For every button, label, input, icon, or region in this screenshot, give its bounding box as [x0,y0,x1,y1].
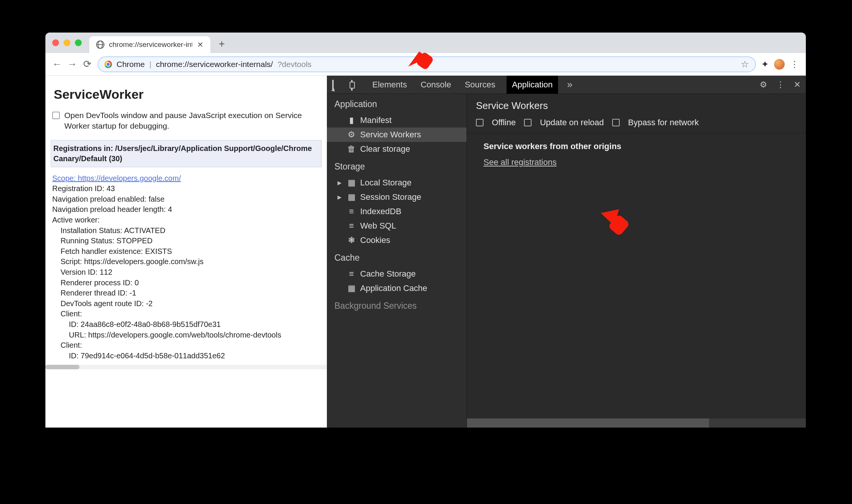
omnibox-origin: Chrome [117,60,145,69]
sidebar-section-storage: Storage [327,156,466,176]
registrations-header: Registrations in: /Users/jec/Library/App… [51,140,322,167]
serviceworker-internals-page: ServiceWorker Open DevTools window and p… [45,76,327,428]
devtools-horizontal-scrollbar[interactable] [467,418,806,428]
window-controls [52,39,82,46]
renderer-pid-line: Renderer process ID: 0 [52,278,320,288]
sidebar-item-cache-storage[interactable]: ≡Cache Storage [327,267,466,281]
trash-icon: 🗑 [347,145,356,153]
inspect-element-icon[interactable] [332,81,342,89]
sidebar-item-service-workers[interactable]: ⚙Service Workers [327,128,466,142]
content-area: ServiceWorker Open DevTools window and p… [45,76,806,428]
new-tab-button[interactable]: + [219,38,225,50]
database-icon: ≡ [347,207,356,216]
devtools-body: Application ▮Manifest ⚙Service Workers 🗑… [327,94,806,428]
registration-id-line: Registration ID: 43 [52,184,115,193]
reload-button[interactable]: ⟳ [82,59,92,69]
bypass-network-checkbox[interactable] [612,119,620,126]
bookmark-star-icon[interactable]: ☆ [741,59,749,70]
sidebar-item-session-storage[interactable]: ▶▦Session Storage [327,190,466,204]
update-reload-label: Update on reload [540,118,604,128]
device-toolbar-icon[interactable] [351,81,361,89]
globe-icon [96,40,104,49]
cookie-icon: ❃ [347,236,356,244]
service-workers-title: Service Workers [467,94,806,115]
client-2-label: Client: [52,340,320,351]
sidebar-section-cache: Cache [327,247,466,267]
maximize-window-button[interactable] [75,39,82,46]
sidebar-item-app-cache[interactable]: ▦Application Cache [327,281,466,296]
page-title: ServiceWorker [54,87,320,102]
omnibox-query: ?devtools [277,60,311,69]
tab-strip: chrome://serviceworker-intern ✕ + [45,33,806,53]
omnibox-separator: | [149,60,151,69]
gear-icon: ⚙ [347,131,356,139]
sidebar-item-indexeddb[interactable]: ≡IndexedDB [327,204,466,219]
database-icon: ≡ [347,222,356,230]
client-2-id: ID: 79ed914c-e064-4d5d-b58e-011add351e62 [52,351,320,361]
active-worker-label: Active worker: [52,216,100,224]
tab-elements[interactable]: Elements [370,76,409,93]
forward-button[interactable]: → [67,59,77,69]
gear-icon[interactable]: ⚙ [760,80,767,90]
browser-menu-button[interactable]: ⋮ [790,59,799,70]
client-1-label: Client: [52,309,320,319]
tab-title: chrome://serviceworker-intern [109,40,192,49]
more-tabs-button[interactable]: » [567,79,572,90]
browser-window: chrome://serviceworker-intern ✕ + ← → ⟳ … [45,33,806,428]
application-sidebar: Application ▮Manifest ⚙Service Workers 🗑… [327,94,467,428]
sidebar-section-application: Application [327,94,466,113]
offline-checkbox[interactable] [476,119,484,126]
extensions-icon[interactable]: ✦ [761,59,769,70]
minimize-window-button[interactable] [64,39,70,46]
update-reload-checkbox[interactable] [524,119,532,126]
renderer-tid-line: Renderer thread ID: -1 [52,288,320,299]
service-workers-options: Offline Update on reload Bypass for netw… [467,115,806,133]
nav-preload-length-line: Navigation preload header length: 4 [52,205,172,213]
see-all-registrations-link[interactable]: See all registrations [484,157,557,167]
grid-icon: ▦ [347,284,356,292]
debug-checkbox[interactable] [52,112,60,119]
sidebar-item-local-storage[interactable]: ▶▦Local Storage [327,176,466,190]
devtools-route-line: DevTools agent route ID: -2 [52,299,320,309]
client-1-id: ID: 24aa86c8-e0f2-48a0-8b68-9b515df70e31 [52,319,320,330]
debug-checkbox-row: Open DevTools window and pause JavaScrip… [52,110,320,132]
application-main: Service Workers Offline Update on reload… [467,94,806,428]
sidebar-item-websql[interactable]: ≡Web SQL [327,219,466,233]
tab-sources[interactable]: Sources [462,76,498,93]
devtools-tab-bar: Elements Console Sources Application » ⚙… [327,76,806,94]
sidebar-item-manifest[interactable]: ▮Manifest [327,113,466,128]
sidebar-section-background: Background Services [327,296,466,315]
devtools-panel: Elements Console Sources Application » ⚙… [327,76,806,428]
running-status-line: Running Status: STOPPED [52,236,320,246]
fetch-handler-line: Fetch handler existence: EXISTS [52,246,320,257]
page-horizontal-scrollbar[interactable] [45,365,327,369]
close-devtools-button[interactable]: ✕ [794,80,801,90]
tab-console[interactable]: Console [418,76,454,93]
client-1-url: URL: https://developers.google.com/web/t… [52,330,320,341]
back-button[interactable]: ← [52,59,62,69]
chrome-icon [104,61,112,68]
sidebar-item-clear-storage[interactable]: 🗑Clear storage [327,142,466,156]
browser-tab[interactable]: chrome://serviceworker-intern ✕ [89,36,210,53]
devtools-menu-button[interactable]: ⋮ [776,80,785,90]
debug-checkbox-label: Open DevTools window and pause JavaScrip… [64,110,320,132]
file-icon: ▮ [347,116,356,124]
close-window-button[interactable] [52,39,59,46]
nav-preload-enabled-line: Navigation preload enabled: false [52,195,165,203]
omnibox-path: chrome://serviceworker-internals/ [156,60,273,69]
grid-icon: ▦ [347,179,356,187]
tab-application[interactable]: Application [507,76,558,94]
database-icon: ≡ [347,270,356,278]
script-line: Script: https://developers.google.com/sw… [52,257,320,267]
bypass-network-label: Bypass for network [628,118,699,128]
close-tab-button[interactable]: ✕ [197,40,204,49]
browser-toolbar: ← → ⟳ Chrome | chrome://serviceworker-in… [45,53,806,76]
version-id-line: Version ID: 112 [52,267,320,278]
offline-label: Offline [492,118,516,128]
scope-link[interactable]: Scope: https://developers.google.com/ [52,174,181,182]
profile-avatar[interactable] [774,59,785,70]
address-bar[interactable]: Chrome | chrome://serviceworker-internal… [98,56,756,72]
sidebar-item-cookies[interactable]: ❃Cookies [327,233,466,247]
grid-icon: ▦ [347,193,356,201]
other-origins-heading: Service workers from other origins [467,133,806,154]
